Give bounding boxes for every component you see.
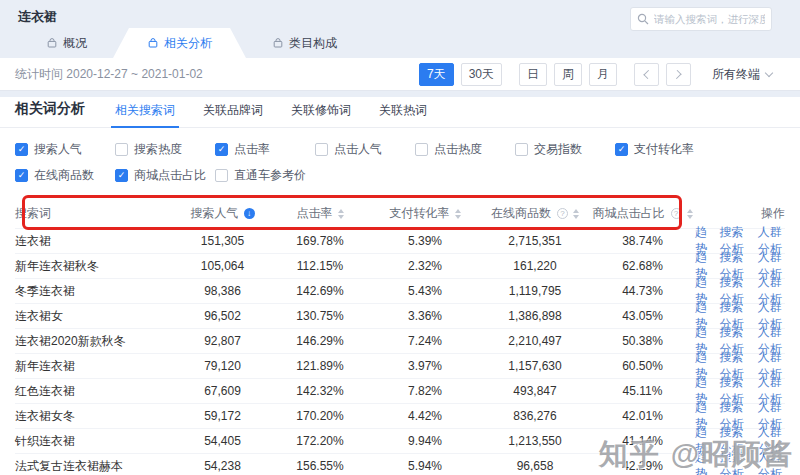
ctr-cell: 112.15% xyxy=(270,259,370,273)
next-page-button[interactable] xyxy=(666,63,691,86)
keyword-cell: 新年连衣裙秋冬 xyxy=(15,258,175,275)
keyword-cell: 新年连衣裙 xyxy=(15,358,175,375)
page-header: 连衣裙 概况 相关分析 类目构成 xyxy=(0,0,800,58)
search-popularity-cell: 151,305 xyxy=(175,234,270,248)
bag-icon xyxy=(272,37,284,49)
help-icon[interactable]: ? xyxy=(557,208,568,219)
col-actions: 操作 xyxy=(695,205,785,222)
terminal-dropdown[interactable]: 所有终端 xyxy=(712,66,772,83)
conversion-cell: 5.39% xyxy=(370,234,480,248)
metric-checkbox[interactable]: 点击热度 xyxy=(415,141,515,158)
page-title: 连衣裙 xyxy=(18,8,57,26)
search-popularity-cell: 92,807 xyxy=(175,334,270,348)
filter-row: 搜索人气 搜索热度 点击率 点击人气 xyxy=(15,141,785,158)
sort-icon[interactable] xyxy=(687,209,693,219)
keyword-cell: 连衣裙女 xyxy=(15,308,175,325)
metric-checkbox[interactable]: 直通车参考价 xyxy=(215,167,315,184)
granularity-week-button[interactable]: 周 xyxy=(554,63,582,86)
ctr-cell: 121.89% xyxy=(270,359,370,373)
tab-related-hot-words[interactable]: 关联热词 xyxy=(379,102,427,127)
table-row: 连衣裙2020新款秋冬 92,807 146.29% 7.24% 2,210,4… xyxy=(15,328,785,353)
tab-overview[interactable]: 概况 xyxy=(20,28,113,58)
range-7d-button[interactable]: 7天 xyxy=(419,63,454,86)
conversion-cell: 2.32% xyxy=(370,259,480,273)
sort-icon[interactable] xyxy=(338,209,344,219)
metric-filters: 搜索人气 搜索热度 点击率 点击人气 xyxy=(0,128,800,199)
granularity-day-button[interactable]: 日 xyxy=(519,63,547,86)
table-header: 搜索词 搜索人气 ↓ 点击率 支付转化率 在线商品数 ? 商城点击占比 ? xyxy=(15,199,785,228)
checkbox-icon[interactable] xyxy=(215,169,228,182)
col-keyword: 搜索词 xyxy=(15,205,175,222)
checkbox-icon[interactable] xyxy=(615,143,628,156)
search-box[interactable] xyxy=(630,7,772,31)
stats-bar: 统计时间 2020-12-27 ~ 2021-01-02 7天 30天 日 周 … xyxy=(0,58,800,91)
row-actions: 趋势 搜索分析 人群分析 xyxy=(695,449,785,475)
checkbox-label: 商城点击占比 xyxy=(134,167,206,184)
ctr-cell: 130.75% xyxy=(270,309,370,323)
checkbox-label: 支付转化率 xyxy=(634,141,694,158)
bag-icon xyxy=(46,37,58,49)
checkbox-label: 点击热度 xyxy=(434,141,482,158)
ctr-cell: 142.32% xyxy=(270,384,370,398)
metric-checkbox[interactable]: 点击率 xyxy=(215,141,315,158)
prev-page-button[interactable] xyxy=(634,63,659,86)
tab-label: 相关分析 xyxy=(164,35,212,52)
granularity-month-button[interactable]: 月 xyxy=(589,63,617,86)
online-products-cell: 2,210,497 xyxy=(480,334,590,348)
filter-row: 在线商品数 商城点击占比 直通车参考价 xyxy=(15,167,785,184)
metric-checkbox[interactable]: 支付转化率 xyxy=(615,141,715,158)
metric-checkbox[interactable]: 搜索人气 xyxy=(15,141,115,158)
checkbox-icon[interactable] xyxy=(115,169,128,182)
mall-click-share-cell: 62.68% xyxy=(590,259,695,273)
metric-checkbox[interactable]: 点击人气 xyxy=(315,141,415,158)
checkbox-icon[interactable] xyxy=(15,143,28,156)
conversion-cell: 5.43% xyxy=(370,284,480,298)
checkbox-icon[interactable] xyxy=(315,143,328,156)
nav-tabs: 概况 相关分析 类目构成 xyxy=(20,28,363,58)
tab-related-analysis[interactable]: 相关分析 xyxy=(113,28,246,58)
mall-click-share-cell: 41.14% xyxy=(590,434,695,448)
ctr-cell: 146.29% xyxy=(270,334,370,348)
keyword-cell: 法式复古连衣裙赫本 xyxy=(15,458,175,475)
search-analysis-link[interactable]: 搜索分析 xyxy=(720,449,747,475)
checkbox-icon[interactable] xyxy=(415,143,428,156)
checkbox-icon[interactable] xyxy=(215,143,228,156)
chevron-down-icon xyxy=(765,68,773,76)
tab-related-search-words[interactable]: 相关搜索词 xyxy=(115,102,175,127)
ctr-cell: 170.20% xyxy=(270,409,370,423)
metric-checkbox[interactable]: 商城点击占比 xyxy=(115,167,215,184)
tab-category-composition[interactable]: 类目构成 xyxy=(246,28,363,58)
crowd-analysis-link[interactable]: 人群分析 xyxy=(758,449,785,475)
online-products-cell: 836,276 xyxy=(480,409,590,423)
terminal-label: 所有终端 xyxy=(712,66,760,83)
metric-checkbox[interactable]: 在线商品数 xyxy=(15,167,115,184)
checkbox-icon[interactable] xyxy=(15,169,28,182)
trend-link[interactable]: 趋势 xyxy=(695,449,709,475)
sort-icon[interactable] xyxy=(455,209,461,219)
tab-related-modifier-words[interactable]: 关联修饰词 xyxy=(291,102,351,127)
col-conversion: 支付转化率 xyxy=(370,205,480,222)
conversion-cell: 4.42% xyxy=(370,409,480,423)
metric-checkbox[interactable]: 搜索热度 xyxy=(115,141,215,158)
sort-icon[interactable] xyxy=(573,209,579,219)
sort-desc-icon[interactable]: ↓ xyxy=(244,208,255,219)
online-products-cell: 1,213,550 xyxy=(480,434,590,448)
table-row: 连衣裙女冬 59,172 170.20% 4.42% 836,276 42.01… xyxy=(15,403,785,428)
checkbox-label: 交易指数 xyxy=(534,141,582,158)
help-icon[interactable]: ? xyxy=(671,208,682,219)
checkbox-label: 在线商品数 xyxy=(34,167,94,184)
mall-click-share-cell: 60.50% xyxy=(590,359,695,373)
mall-click-share-cell: 42.01% xyxy=(590,409,695,423)
conversion-cell: 5.94% xyxy=(370,459,480,473)
online-products-cell: 493,847 xyxy=(480,384,590,398)
search-input[interactable] xyxy=(654,13,765,25)
checkbox-icon[interactable] xyxy=(115,143,128,156)
metric-checkbox[interactable]: 交易指数 xyxy=(515,141,615,158)
keyword-cell: 冬季连衣裙 xyxy=(15,283,175,300)
table-row: 红色连衣裙 67,609 142.32% 7.82% 493,847 45.11… xyxy=(15,378,785,403)
tab-related-brand-words[interactable]: 关联品牌词 xyxy=(203,102,263,127)
keyword-cell: 连衣裙 xyxy=(15,233,175,250)
online-products-cell: 1,157,630 xyxy=(480,359,590,373)
range-30d-button[interactable]: 30天 xyxy=(461,63,502,86)
checkbox-icon[interactable] xyxy=(515,143,528,156)
